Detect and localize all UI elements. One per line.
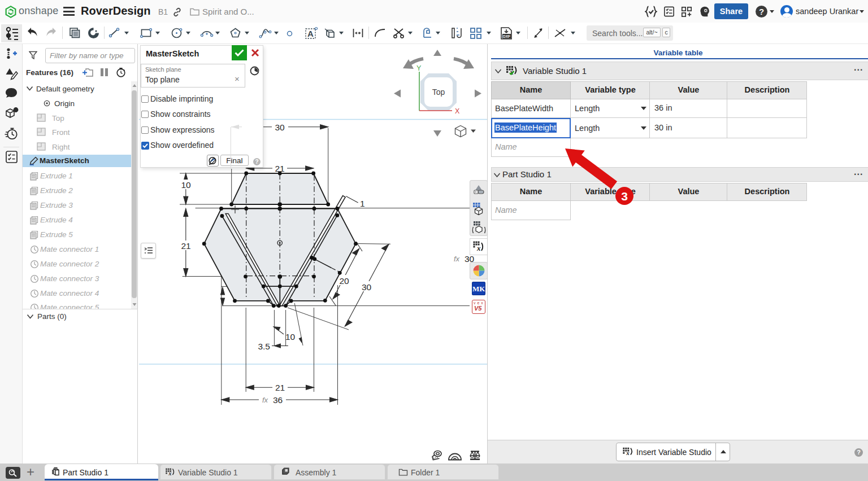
svg-text:x: x bbox=[476, 244, 481, 252]
svg-text:30: 30 bbox=[275, 123, 285, 132]
svg-text:3.5: 3.5 bbox=[258, 342, 270, 351]
svg-text:3: 3 bbox=[621, 190, 628, 203]
svg-text:x: x bbox=[168, 470, 172, 476]
svg-text:21: 21 bbox=[181, 241, 190, 251]
svg-text:?: ? bbox=[14, 107, 17, 113]
svg-text:DXF: DXF bbox=[503, 34, 510, 38]
svg-text:fx: fx bbox=[454, 255, 460, 263]
svg-text:36: 36 bbox=[273, 395, 283, 405]
svg-text:1: 1 bbox=[360, 199, 365, 208]
svg-text:Y: Y bbox=[416, 64, 422, 72]
svg-text:A: A bbox=[307, 29, 314, 38]
svg-text:20: 20 bbox=[339, 276, 349, 286]
svg-text:fx: fx bbox=[262, 396, 268, 404]
svg-text:10: 10 bbox=[285, 332, 296, 342]
svg-text:10: 10 bbox=[181, 180, 191, 190]
svg-text:x: x bbox=[626, 449, 630, 456]
svg-text:21: 21 bbox=[275, 383, 285, 392]
svg-text:30: 30 bbox=[362, 282, 372, 292]
svg-text:X: X bbox=[455, 107, 460, 115]
svg-text:Top: Top bbox=[432, 88, 445, 97]
